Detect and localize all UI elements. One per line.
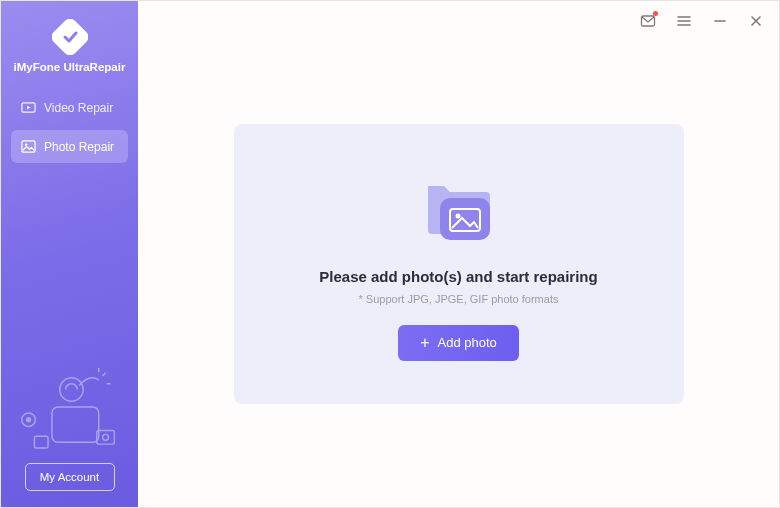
svg-point-9 [103,434,109,440]
svg-point-7 [60,378,83,401]
svg-rect-12 [440,198,490,240]
main-area: Please add photo(s) and start repairing … [138,1,779,507]
svg-rect-6 [52,407,99,442]
sidebar-item-video-repair[interactable]: Video Repair [11,91,128,124]
svg-rect-0 [52,19,88,55]
close-icon [749,14,763,28]
app-name: iMyFone UltraRepair [14,61,126,73]
minimize-button[interactable] [711,12,729,30]
drop-subtext: * Support JPG, JPGE, GIF photo formats [359,293,559,305]
inbox-button[interactable] [639,12,657,30]
sidebar: iMyFone UltraRepair Video Repair Photo R… [1,1,138,507]
spacer [11,163,128,365]
add-photo-button[interactable]: + Add photo [398,325,519,361]
sidebar-item-label: Video Repair [44,101,113,115]
menu-button[interactable] [675,12,693,30]
drop-panel[interactable]: Please add photo(s) and start repairing … [234,124,684,404]
hamburger-icon [676,13,692,29]
drop-heading: Please add photo(s) and start repairing [319,268,597,285]
logo-block: iMyFone UltraRepair [11,19,128,73]
my-account-button[interactable]: My Account [25,463,115,491]
sidebar-illustration [11,365,128,455]
sidebar-item-photo-repair[interactable]: Photo Repair [11,130,128,163]
app-logo-icon [52,19,88,55]
svg-point-3 [25,143,27,145]
svg-rect-10 [34,436,48,448]
minimize-icon [713,14,727,28]
sidebar-nav: Video Repair Photo Repair [11,91,128,163]
photo-folder-illustration [414,168,504,248]
close-button[interactable] [747,12,765,30]
app-window: iMyFone UltraRepair Video Repair Photo R… [0,0,780,508]
sidebar-item-label: Photo Repair [44,140,114,154]
content-area: Please add photo(s) and start repairing … [138,41,779,507]
video-icon [21,100,36,115]
svg-point-14 [455,213,460,218]
photo-icon [21,139,36,154]
notification-dot [653,11,658,16]
svg-rect-2 [22,141,35,152]
titlebar [138,1,779,41]
svg-point-5 [27,418,31,422]
plus-icon: + [420,335,429,351]
add-button-label: Add photo [438,335,497,350]
